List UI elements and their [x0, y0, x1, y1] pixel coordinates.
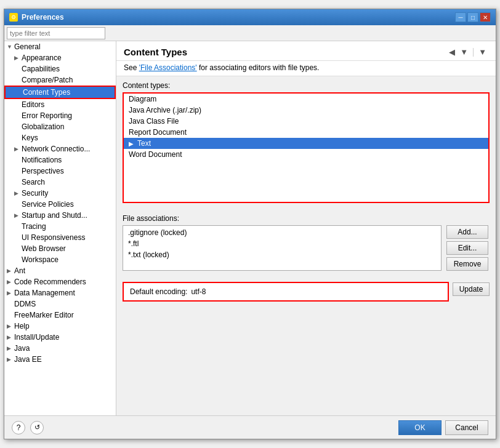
type-java-archive-label: Java Archive (.jar/.zip) — [129, 106, 201, 114]
ok-button[interactable]: OK — [398, 420, 442, 435]
sidebar-item-data-management[interactable]: Data Management — [4, 287, 116, 298]
sidebar-item-general[interactable]: General — [4, 41, 116, 52]
sidebar-item-ant[interactable]: Ant — [4, 265, 116, 276]
maximize-button[interactable]: □ — [467, 12, 478, 22]
sidebar-label-content-types: Content Types — [23, 88, 70, 97]
sidebar-item-ddms[interactable]: DDMS — [4, 298, 116, 310]
sidebar-label-glob: Globalization — [22, 122, 64, 131]
content-types-section: Content types: Diagram Java Archive (.ja… — [123, 81, 490, 210]
sidebar-item-perspectives[interactable]: Perspectives — [4, 166, 116, 177]
sidebar-item-compare-patch[interactable]: Compare/Patch — [4, 74, 116, 86]
file-assoc-link[interactable]: 'File Associations' — [139, 63, 197, 72]
sidebar-item-startup[interactable]: Startup and Shutd... — [4, 210, 116, 221]
arrow-java — [7, 345, 14, 351]
sidebar: General Appearance Capabilities Compare/… — [4, 41, 116, 415]
assoc-gitignore[interactable]: .gitignore (locked) — [124, 227, 440, 238]
update-button[interactable]: Update — [453, 282, 490, 296]
sidebar-item-network[interactable]: Network Connectio... — [4, 143, 116, 154]
sidebar-label-ui: UI Responsiveness — [22, 233, 85, 242]
type-report-label: Report Document — [129, 128, 187, 137]
text-arrow-icon: ▶ — [129, 140, 134, 147]
type-java-archive[interactable]: Java Archive (.jar/.zip) — [124, 105, 488, 116]
panel-title: Content Types — [124, 47, 187, 57]
sidebar-item-appearance[interactable]: Appearance — [4, 52, 116, 63]
sidebar-label-web: Web Browser — [22, 244, 66, 253]
window-icon: ⚙ — [9, 13, 18, 22]
sidebar-label-ant: Ant — [14, 266, 25, 275]
arrow-appearance — [14, 55, 22, 61]
minimize-button[interactable]: ─ — [455, 12, 466, 22]
type-word-document[interactable]: Word Document — [124, 149, 488, 160]
desc-suffix: for associating editors with file types. — [197, 63, 320, 72]
add-button[interactable]: Add... — [446, 225, 488, 239]
remove-button[interactable]: Remove — [446, 257, 488, 271]
encoding-label: Default encoding: — [130, 287, 187, 296]
assoc-ftl[interactable]: *.ftl — [124, 238, 440, 249]
sidebar-item-globalization[interactable]: Globalization — [4, 121, 116, 132]
sidebar-label-error: Error Reporting — [22, 111, 72, 120]
sidebar-item-install[interactable]: Install/Update — [4, 332, 116, 343]
sidebar-label-java: Java — [14, 344, 30, 353]
filter-input[interactable] — [7, 27, 105, 39]
sidebar-label-install: Install/Update — [14, 333, 59, 342]
arrow-help — [7, 323, 14, 329]
assoc-txt[interactable]: *.txt (locked) — [124, 249, 440, 260]
preferences-window: ⚙ Preferences ─ □ ✕ General Appe — [4, 9, 496, 439]
sidebar-label-free: FreeMarker Editor — [14, 311, 74, 319]
sidebar-item-keys[interactable]: Keys — [4, 132, 116, 143]
sidebar-item-notifications[interactable]: Notifications — [4, 154, 116, 166]
type-text[interactable]: ▶ Text — [124, 138, 488, 149]
sidebar-label-tracing: Tracing — [22, 222, 46, 231]
sidebar-item-freemarker[interactable]: FreeMarker Editor — [4, 310, 116, 321]
sidebar-item-code-recommenders[interactable]: Code Recommenders — [4, 276, 116, 287]
edit-button[interactable]: Edit... — [446, 241, 488, 255]
content-inner: Content types: Diagram Java Archive (.ja… — [116, 76, 496, 415]
sidebar-item-capabilities[interactable]: Capabilities — [4, 63, 116, 74]
close-button[interactable]: ✕ — [480, 12, 491, 22]
sidebar-item-help[interactable]: Help — [4, 321, 116, 332]
desc-text: See — [124, 63, 139, 72]
sidebar-label-code: Code Recommenders — [14, 278, 86, 286]
arrow-install — [7, 334, 14, 340]
file-assoc-label: File associations: — [123, 214, 490, 223]
sidebar-item-web-browser[interactable]: Web Browser — [4, 243, 116, 254]
content-panel: Content Types ◀ ▼ ▼ See 'File Associatio… — [116, 41, 496, 415]
sidebar-tree: General Appearance Capabilities Compare/… — [4, 41, 116, 365]
sidebar-item-workspace[interactable]: Workspace — [4, 254, 116, 265]
sidebar-item-error-reporting[interactable]: Error Reporting — [4, 110, 116, 121]
sidebar-item-search[interactable]: Search — [4, 177, 116, 188]
type-report-document[interactable]: Report Document — [124, 127, 488, 138]
sidebar-label-capabilities: Capabilities — [22, 65, 60, 73]
sidebar-label-java-ee: Java EE — [14, 355, 42, 364]
menu-dropdown-button[interactable]: ▼ — [477, 46, 488, 58]
arrow-network — [14, 146, 22, 152]
arrow-java-ee — [7, 356, 14, 362]
type-word-label: Word Document — [129, 150, 182, 159]
forward-dropdown-button[interactable]: ▼ — [458, 46, 470, 58]
back-button[interactable]: ◀ — [447, 46, 457, 58]
restore-defaults-button[interactable]: ↺ — [30, 421, 44, 434]
sidebar-label-editors: Editors — [22, 100, 44, 109]
sidebar-label-service: Service Policies — [22, 200, 74, 209]
sidebar-item-service-policies[interactable]: Service Policies — [4, 199, 116, 210]
sidebar-item-editors[interactable]: Editors — [4, 99, 116, 110]
sidebar-item-java[interactable]: Java — [4, 343, 116, 354]
file-assoc-area: .gitignore (locked) *.ftl *.txt (locked)… — [123, 225, 490, 271]
arrow-data — [7, 290, 14, 296]
sidebar-label-help: Help — [14, 322, 30, 330]
file-assoc-section: File associations: .gitignore (locked) *… — [123, 214, 490, 271]
sidebar-item-ui[interactable]: UI Responsiveness — [4, 232, 116, 243]
sidebar-item-java-ee[interactable]: Java EE — [4, 354, 116, 365]
type-java-class-label: Java Class File — [129, 117, 179, 126]
sidebar-item-tracing[interactable]: Tracing — [4, 221, 116, 232]
type-java-class[interactable]: Java Class File — [124, 116, 488, 127]
sidebar-label-appearance: Appearance — [22, 54, 62, 62]
cancel-button[interactable]: Cancel — [445, 420, 488, 435]
sidebar-item-content-types[interactable]: Content Types — [4, 86, 116, 99]
help-button[interactable]: ? — [12, 421, 25, 434]
sidebar-item-security[interactable]: Security — [4, 188, 116, 199]
sidebar-label-startup: Startup and Shutd... — [22, 211, 87, 220]
type-diagram[interactable]: Diagram — [124, 94, 488, 105]
encoding-section: Default encoding: utf-8 — [123, 282, 449, 302]
bottom-bar: ? ↺ OK Cancel — [4, 415, 496, 439]
